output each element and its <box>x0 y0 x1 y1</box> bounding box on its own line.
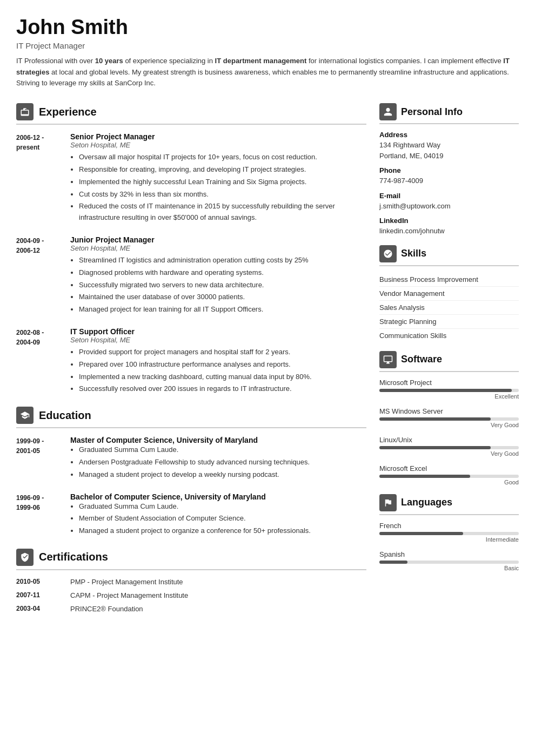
software-name: MS Windows Server <box>379 407 519 415</box>
cert-item: 2003-04 PRINCE2® Foundation <box>16 605 366 613</box>
software-item: MS Windows Server Very Good <box>379 407 519 428</box>
skills-icon <box>379 245 397 262</box>
cert-date: 2003-04 <box>16 605 70 613</box>
software-name: Microsoft Excel <box>379 464 519 473</box>
edu-dates-2: 1996-09 -1999-06 <box>16 492 70 538</box>
edu-title-1: Master of Computer Science, University o… <box>70 436 366 444</box>
bullet: Cut costs by 32% in less than six months… <box>79 189 366 200</box>
exp-content-3: IT Support Officer Seton Hospital, ME Pr… <box>70 327 366 396</box>
exp-dates-3: 2002-08 -2004-09 <box>16 327 70 396</box>
bar-label: Very Good <box>379 422 519 428</box>
skill-item: Strategic Planning <box>379 315 519 329</box>
bullet: Managed a student project to organize a … <box>79 525 366 537</box>
candidate-title: IT Project Manager <box>16 41 519 50</box>
experience-item: 2004-09 -2006-12 Junior Project Manager … <box>16 235 366 316</box>
software-item: Microsoft Project Excellent <box>379 379 519 400</box>
bar-fill <box>379 532 463 535</box>
bullet: Responsible for creating, improving, and… <box>79 164 366 176</box>
linkedin-value: linkedin.com/johnutw <box>379 226 519 237</box>
edu-title-2: Bachelor of Computer Science, University… <box>70 492 366 501</box>
cert-date: 2007-11 <box>16 591 70 599</box>
bar-container <box>379 561 519 564</box>
job-title-1: Senior Project Manager <box>70 132 366 141</box>
linkedin-label: LinkedIn <box>379 217 519 225</box>
bullet: Provided support for project managers an… <box>79 347 366 358</box>
company-3: Seton Hospital, ME <box>70 336 366 344</box>
cert-date: 2010-05 <box>16 578 70 586</box>
exp-dates-2: 2004-09 -2006-12 <box>16 235 70 316</box>
address-value: 134 Rightward WayPortland, ME, 04019 <box>379 140 519 161</box>
bar-fill <box>379 389 512 392</box>
skill-item: Sales Analysis <box>379 301 519 315</box>
exp-content-2: Junior Project Manager Seton Hospital, M… <box>70 235 366 316</box>
bar-container <box>379 475 519 478</box>
edu-dates-1: 1999-09 -2001-05 <box>16 436 70 481</box>
bar-fill <box>379 561 407 564</box>
graduation-icon <box>20 410 30 420</box>
edu-bullets-2: Graduated Summa Cum Laude. Member of Stu… <box>70 501 366 537</box>
languages-section-title: Languages <box>379 494 519 515</box>
job-title-3: IT Support Officer <box>70 327 366 336</box>
skill-item: Vendor Management <box>379 287 519 301</box>
bar-fill <box>379 417 491 421</box>
software-name: Microsoft Project <box>379 379 519 387</box>
bullets-3: Provided support for project managers an… <box>70 347 366 395</box>
email-label: E-mail <box>379 192 519 200</box>
experience-item: 2006-12 -present Senior Project Manager … <box>16 132 366 225</box>
education-icon <box>16 407 34 424</box>
main-content: Experience 2006-12 -present Senior Proje… <box>16 103 519 618</box>
cert-item: 2010-05 PMP - Project Management Institu… <box>16 578 366 586</box>
bullet: Successfully resolved over 200 issues in… <box>79 383 366 395</box>
bar-container <box>379 389 519 392</box>
exp-content-1: Senior Project Manager Seton Hospital, M… <box>70 132 366 225</box>
bullet: Graduated Summa Cum Laude. <box>79 501 366 512</box>
software-list: Microsoft Project Excellent MS Windows S… <box>379 379 519 485</box>
cert-name: CAPM - Project Management Institute <box>70 591 188 599</box>
edu-content-1: Master of Computer Science, University o… <box>70 436 366 481</box>
company-1: Seton Hospital, ME <box>70 141 366 149</box>
software-icon <box>379 351 397 368</box>
resume-page: John Smith IT Project Manager IT Profess… <box>0 0 535 756</box>
skills-list: Business Process Improvement Vendor Mana… <box>379 273 519 342</box>
flag-icon <box>383 498 393 508</box>
software-item: Linux/Unix Very Good <box>379 436 519 457</box>
skill-icon <box>383 249 393 259</box>
bar-label: Good <box>379 479 519 485</box>
certifications-icon <box>16 549 34 566</box>
education-section-title: Education <box>16 407 366 428</box>
bar-label: Very Good <box>379 450 519 457</box>
bullets-1: Oversaw all major hospital IT projects f… <box>70 152 366 224</box>
experience-icon <box>16 103 34 120</box>
left-column: Experience 2006-12 -present Senior Proje… <box>16 103 366 618</box>
bullet: Managed a student project to develop a w… <box>79 469 366 481</box>
bullet: Graduated Summa Cum Laude. <box>79 444 366 456</box>
personal-info-address: Address 134 Rightward WayPortland, ME, 0… <box>379 131 519 237</box>
bar-container <box>379 417 519 421</box>
bar-container <box>379 446 519 449</box>
lang-name: French <box>379 522 519 530</box>
certifications-section-title: Certifications <box>16 549 366 570</box>
resume-header: John Smith IT Project Manager IT Profess… <box>16 16 519 89</box>
certificate-icon <box>20 552 30 562</box>
experience-item: 2002-08 -2004-09 IT Support Officer Seto… <box>16 327 366 396</box>
person-icon <box>383 107 393 117</box>
languages-list: French Intermediate Spanish Basic <box>379 522 519 571</box>
bullet: Successfully migrated two servers to new… <box>79 280 366 291</box>
bar-fill <box>379 475 470 478</box>
bullet: Managed project for lean training for al… <box>79 304 366 315</box>
email-value: j.smith@uptowork.com <box>379 201 519 212</box>
company-2: Seton Hospital, ME <box>70 244 366 252</box>
bar-container <box>379 532 519 535</box>
education-item: 1996-09 -1999-06 Bachelor of Computer Sc… <box>16 492 366 538</box>
bullet: Streamlined IT logistics and administrat… <box>79 255 366 266</box>
certifications-list: 2010-05 PMP - Project Management Institu… <box>16 578 366 613</box>
job-title-2: Junior Project Manager <box>70 235 366 244</box>
skill-item: Business Process Improvement <box>379 273 519 287</box>
phone-value: 774-987-4009 <box>379 176 519 186</box>
personal-info-icon <box>379 103 397 120</box>
edu-bullets-1: Graduated Summa Cum Laude. Andersen Post… <box>70 444 366 480</box>
candidate-name: John Smith <box>16 16 519 39</box>
exp-dates-1: 2006-12 -present <box>16 132 70 225</box>
bar-label: Basic <box>379 565 519 571</box>
software-name: Linux/Unix <box>379 436 519 444</box>
